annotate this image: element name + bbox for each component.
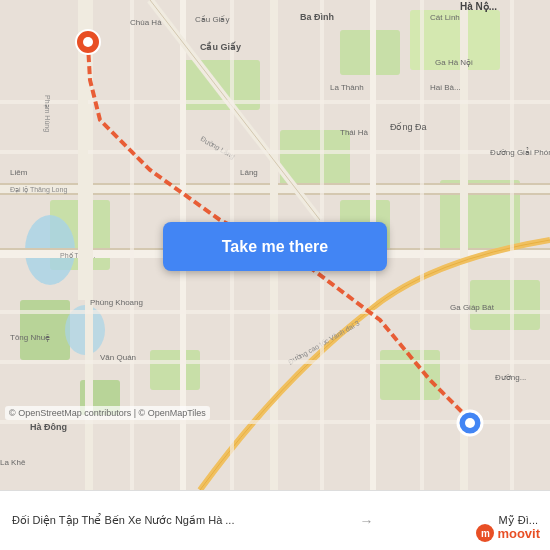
moovit-logo-text: moovit: [497, 526, 540, 541]
svg-point-65: [83, 37, 93, 47]
svg-text:Liêm: Liêm: [10, 168, 28, 177]
map-attribution: © OpenStreetMap contributors | © OpenMap…: [5, 406, 210, 420]
svg-text:Đường Giải Phóng: Đường Giải Phóng: [490, 147, 550, 157]
svg-text:Ga Hà Nội: Ga Hà Nội: [435, 58, 473, 67]
take-me-there-button[interactable]: Take me there: [163, 222, 387, 271]
svg-text:Đại lộ Thăng Long: Đại lộ Thăng Long: [10, 186, 67, 194]
svg-text:Cầu Giấy: Cầu Giấy: [195, 15, 229, 24]
svg-text:Hai Bà...: Hai Bà...: [430, 83, 461, 92]
moovit-logo: m moovit: [476, 524, 540, 542]
svg-text:Chùa Hà: Chùa Hà: [130, 18, 162, 27]
svg-text:Thái Hà: Thái Hà: [340, 128, 369, 137]
svg-rect-6: [20, 300, 70, 360]
svg-text:Tông Nhuệ: Tông Nhuệ: [10, 333, 50, 342]
map-container: Đại lộ Thăng Long Phố Tô H... Đường Láng…: [0, 0, 550, 490]
moovit-icon: m: [476, 524, 494, 542]
svg-text:Hà Đông: Hà Đông: [30, 422, 67, 432]
svg-rect-11: [150, 350, 200, 390]
svg-text:La Khê: La Khê: [0, 458, 26, 467]
svg-text:Cầu Giấy: Cầu Giấy: [200, 41, 241, 52]
svg-text:Phùng Khoang: Phùng Khoang: [90, 298, 143, 307]
svg-rect-34: [0, 360, 550, 364]
svg-rect-39: [420, 0, 424, 490]
svg-text:Phạm Hùng: Phạm Hùng: [43, 95, 51, 132]
svg-text:Đống Đa: Đống Đa: [390, 122, 427, 132]
svg-point-67: [465, 418, 475, 428]
bottom-bar: Đối Diện Tập Thể Bến Xe Nước Ngầm Hà ...…: [0, 490, 550, 550]
svg-rect-40: [510, 0, 514, 490]
svg-text:Ga Giáp Bát: Ga Giáp Bát: [450, 303, 495, 312]
svg-text:Láng: Láng: [240, 168, 258, 177]
svg-text:La Thành: La Thành: [330, 83, 364, 92]
svg-text:Ba Đình: Ba Đình: [300, 12, 334, 22]
svg-text:Cát Linh: Cát Linh: [430, 13, 460, 22]
origin-label: Đối Diện Tập Thể Bến Xe Nước Ngầm Hà ...: [12, 513, 234, 528]
svg-text:Đường...: Đường...: [495, 373, 526, 382]
route-separator: →: [360, 513, 374, 529]
svg-text:Văn Quán: Văn Quán: [100, 353, 136, 362]
svg-text:Hà Nộ...: Hà Nộ...: [460, 1, 497, 12]
